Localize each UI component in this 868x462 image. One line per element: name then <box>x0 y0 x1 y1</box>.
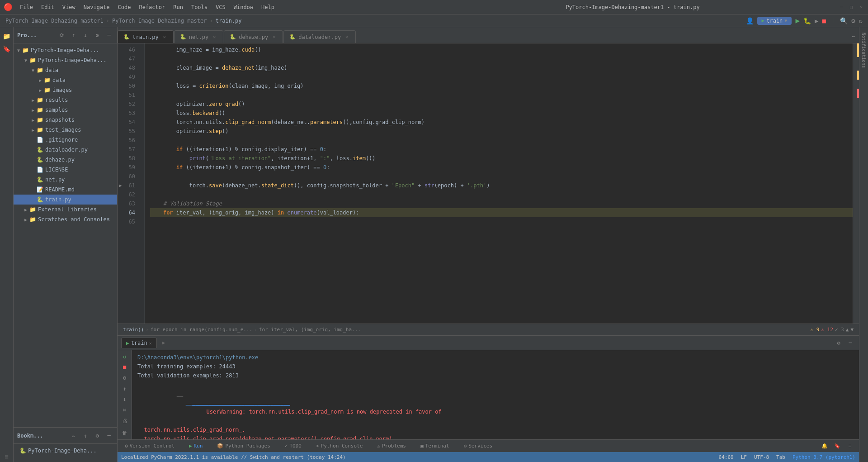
panel-hide-btn[interactable]: ─ <box>104 31 113 40</box>
breadcrumb-for1[interactable]: for epoch in range(config.num_e... <box>151 327 252 333</box>
sidebar-bookmarks-icon[interactable]: 🔖 <box>1 43 12 54</box>
menu-help[interactable]: Help <box>258 2 278 12</box>
tab-close-btn[interactable]: ✕ <box>211 34 217 40</box>
tree-item-gitignore[interactable]: ▶ 📄 .gitignore <box>14 135 117 145</box>
tree-item-results[interactable]: ▶ 📁 results <box>14 95 117 105</box>
print-btn[interactable]: 🖨 <box>120 416 130 425</box>
bookmark-item[interactable]: 🐍 PyTorch-Image-Deha... <box>17 446 113 456</box>
tool-python-packages[interactable]: 📦 Python Packages <box>213 442 274 450</box>
tree-item-dataloader[interactable]: ▶ 🐍 dataloader.py <box>14 145 117 155</box>
tree-item-samples[interactable]: ▶ 📁 samples <box>14 105 117 115</box>
soft-wrap-btn[interactable]: ⌗ <box>120 405 130 414</box>
tool-version-control[interactable]: ⚙ Version Control <box>121 442 178 450</box>
tool-todo[interactable]: ✓ TODO <box>281 442 305 450</box>
tree-item-readme[interactable]: ▶ 📝 README.md <box>14 185 117 195</box>
menu-vcs[interactable]: VCS <box>212 2 229 12</box>
status-python[interactable]: Python 3.7 (pytorch1) <box>793 454 855 460</box>
bookmarks-settings-btn[interactable]: ⚙ <box>93 431 102 440</box>
tree-item-scratches[interactable]: ▶ 📁 Scratches and Consoles <box>14 214 117 224</box>
panel-sync-btn[interactable]: ⟳ <box>57 31 66 40</box>
menu-refactor[interactable]: Refactor <box>135 2 169 12</box>
tool-python-console[interactable]: > Python Console <box>312 442 366 450</box>
search-everywhere-button[interactable]: 🔍 <box>840 17 848 24</box>
clear-btn[interactable]: 🗑 <box>120 429 130 438</box>
notifications-label[interactable]: Notifications <box>860 29 867 71</box>
tree-item-images[interactable]: ▶ 📁 images <box>14 85 117 95</box>
close-button[interactable]: ✕ <box>858 4 864 10</box>
tree-item-train[interactable]: ▶ 🐍 train.py <box>14 195 117 205</box>
run-config-button[interactable]: ▶ train ▼ <box>757 17 792 25</box>
scroll-up-btn[interactable]: ↑ <box>120 384 130 393</box>
tree-item-external-libs[interactable]: ▶ 📁 External Libraries <box>14 205 117 214</box>
stop-btn[interactable]: ■ <box>120 363 130 372</box>
code-editor[interactable]: img_haze = img_haze.cuda() clean_image =… <box>145 43 853 324</box>
tree-item-dehaze[interactable]: ▶ 🐍 dehaze.py <box>14 155 117 165</box>
bookmarks-sort-btn[interactable]: ↕ <box>81 431 90 440</box>
menu-code[interactable]: Code <box>114 2 135 12</box>
bookmarks-hide-btn[interactable]: ─ <box>104 431 113 440</box>
breadcrumb-for2[interactable]: for iter_val, (img_orig, img_ha... <box>259 327 361 333</box>
run-with-coverage[interactable]: ▶ <box>815 17 818 24</box>
tree-item-test-images[interactable]: ▶ 📁 test_images <box>14 125 117 135</box>
menu-run[interactable]: Run <box>170 2 187 12</box>
breadcrumb-root[interactable]: PyTorch-Image-Dehazing-master1 <box>5 18 104 24</box>
status-position[interactable]: 64:69 <box>719 454 734 460</box>
profile-button[interactable]: 👤 <box>746 17 754 24</box>
tool-services[interactable]: ⚙ Services <box>460 442 496 450</box>
scroll-down-btn[interactable]: ▼ <box>850 327 854 333</box>
tool-terminal[interactable]: ▣ Terminal <box>417 442 453 450</box>
breadcrumb-fn[interactable]: train() <box>123 327 144 333</box>
tool-run[interactable]: ▶ Run <box>185 442 207 450</box>
right-bookmarks-icon[interactable]: 🔖 <box>832 441 843 452</box>
panel-settings-btn[interactable]: ⚙ <box>93 31 102 40</box>
tab-close-btn[interactable]: ✕ <box>161 34 168 40</box>
sidebar-structure-icon[interactable]: ≡ <box>1 451 12 462</box>
panel-expand-btn[interactable]: ↓ <box>81 31 90 40</box>
settings-button[interactable]: ⚙ <box>851 17 855 24</box>
tree-item-root[interactable]: ▼ 📁 PyTorch-Image-Deha... <box>14 45 117 55</box>
tab-more-button[interactable]: ⋯ <box>848 30 859 43</box>
menu-navigate[interactable]: Navigate <box>80 2 113 12</box>
rerun-btn[interactable]: ↺ <box>120 352 130 361</box>
filter-btn[interactable]: ⚙ <box>120 373 130 382</box>
tab-dehaze-py[interactable]: 🐍 dehaze.py ✕ <box>224 30 283 43</box>
run-output[interactable]: D:\Anaconda3\envs\pytorch1\python.exe To… <box>132 350 859 439</box>
tab-close-btn[interactable]: ✕ <box>344 34 350 40</box>
menu-edit[interactable]: Edit <box>38 2 58 12</box>
run-button[interactable]: ▶ <box>795 16 800 25</box>
tree-item-snapshots[interactable]: ▶ 📁 snapshots <box>14 115 117 125</box>
status-message[interactable]: Localized PyCharm 2022.1.1 is available … <box>121 454 346 460</box>
sidebar-project-icon[interactable]: 📁 <box>1 31 12 42</box>
run-tab-train[interactable]: ▶ train ✕ <box>121 338 157 348</box>
tree-item-data[interactable]: ▼ 📁 data <box>14 65 117 75</box>
tree-item-net[interactable]: ▶ 🐍 net.py <box>14 175 117 185</box>
tool-problems[interactable]: ⚠ Problems <box>373 442 410 450</box>
bookmarks-edit-btn[interactable]: ✏ <box>69 431 78 440</box>
status-indent[interactable]: Tab <box>776 454 785 460</box>
vcs-update-button[interactable]: ↻ <box>859 17 863 24</box>
tab-close-btn[interactable]: ✕ <box>271 34 277 40</box>
status-encoding[interactable]: UTF-8 <box>754 454 769 460</box>
tree-item-sub[interactable]: ▼ 📁 PyTorch-Image-Deha... <box>14 55 117 65</box>
menu-file[interactable]: File <box>16 2 37 12</box>
debug-button[interactable]: 🐛 <box>803 17 811 24</box>
tab-net-py[interactable]: 🐍 net.py ✕ <box>174 30 223 43</box>
right-notifications-icon[interactable]: 🔔 <box>819 441 830 452</box>
run-minimize-btn[interactable]: ─ <box>845 338 855 348</box>
menu-view[interactable]: View <box>59 2 79 12</box>
minimize-button[interactable]: ─ <box>838 4 844 10</box>
run-settings-btn[interactable]: ⚙ <box>834 338 844 348</box>
scroll-up-btn[interactable]: ▲ <box>846 327 849 333</box>
menu-window[interactable]: Window <box>230 2 257 12</box>
tab-dataloader-py[interactable]: 🐍 dataloader.py ✕ <box>283 30 356 43</box>
maximize-button[interactable]: □ <box>848 4 854 10</box>
panel-collapse-btn[interactable]: ↑ <box>69 31 78 40</box>
tree-item-data-inner[interactable]: ▶ 📁 data <box>14 75 117 85</box>
stop-button[interactable]: ■ <box>822 17 826 24</box>
run-tab-close-btn[interactable]: ✕ <box>149 341 152 346</box>
tree-item-license[interactable]: ▶ 📄 LICENSE <box>14 165 117 175</box>
scroll-down-btn[interactable]: ↓ <box>120 395 130 404</box>
right-structure-icon[interactable]: ≡ <box>844 441 855 452</box>
menu-tools[interactable]: Tools <box>188 2 211 12</box>
breadcrumb-folder[interactable]: PyTorch-Image-Dehazing-master <box>112 18 207 24</box>
